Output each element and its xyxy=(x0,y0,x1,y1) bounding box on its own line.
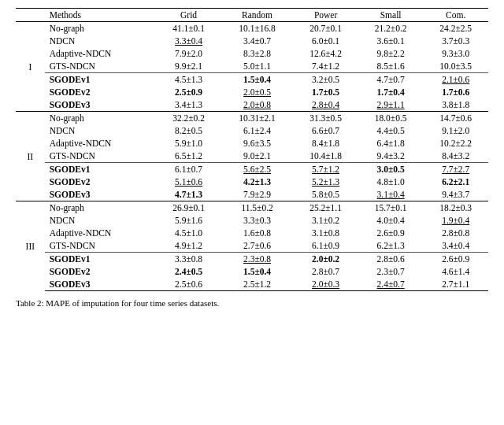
col-header-random: Random xyxy=(221,9,294,22)
table-row: NDCN3.3±0.43.4±0.76.0±0.13.6±0.13.7±0.3 xyxy=(16,35,488,47)
table-cell: 41.1±0.1 xyxy=(156,22,221,35)
table-cell: 10.0±3.5 xyxy=(423,60,488,73)
table-row-sgode: SGODEv22.5±0.92.0±0.51.7±0.51.7±0.41.7±0… xyxy=(16,86,488,98)
section-label: III xyxy=(16,201,45,291)
table-cell: 1.5±0.4 xyxy=(221,73,294,87)
table-cell: 5.9±1.6 xyxy=(156,214,221,227)
col-header-empty xyxy=(16,9,45,22)
table-row-sgode: SGODEv33.4±1.32.0±0.82.8±0.42.9±1.13.8±1… xyxy=(16,98,488,112)
table-cell: 21.2±0.2 xyxy=(358,22,424,35)
method-label-sgode: SGODEv2 xyxy=(45,265,157,278)
table-row-sgode: SGODEv34.7±1.37.9±2.95.8±0.53.1±0.49.4±3… xyxy=(16,188,488,201)
table-cell: 25.2±1.1 xyxy=(293,201,358,215)
table-cell: 7.4±1.2 xyxy=(293,60,358,73)
table-cell: 2.0±0.2 xyxy=(293,253,358,266)
section-label: I xyxy=(16,22,45,112)
method-label: No-graph xyxy=(45,22,157,35)
table-cell: 2.5±0.9 xyxy=(156,86,221,98)
table-cell: 6.1±0.9 xyxy=(293,239,358,253)
table-cell: 6.1±0.7 xyxy=(156,163,221,176)
table-caption: Table 2: MAPE of imputation for four tim… xyxy=(16,298,488,309)
table-row-sgode: SGODEv32.5±0.62.5±1.22.0±0.32.4±0.72.7±1… xyxy=(16,278,488,291)
table-cell: 3.1±0.4 xyxy=(358,188,424,201)
table-cell: 2.9±1.1 xyxy=(358,98,424,112)
table-cell: 3.6±0.1 xyxy=(358,35,424,47)
table-cell: 31.3±0.5 xyxy=(293,112,358,125)
table-cell: 2.8±0.7 xyxy=(293,265,358,278)
table-cell: 10.4±1.8 xyxy=(293,150,358,163)
table-cell: 2.0±0.5 xyxy=(221,86,294,98)
table-cell: 1.9±0.4 xyxy=(423,214,488,227)
table-cell: 5.6±2.5 xyxy=(221,163,294,176)
table-cell: 4.7±0.7 xyxy=(358,73,424,87)
table-cell: 10.1±16.8 xyxy=(221,22,294,35)
table-cell: 6.4±1.8 xyxy=(358,137,424,150)
method-label: Adaptive-NDCN xyxy=(45,137,157,150)
table-cell: 11.5±0.2 xyxy=(221,201,294,215)
table-cell: 2.8±0.8 xyxy=(423,227,488,239)
table-cell: 6.1±2.4 xyxy=(221,124,294,137)
table-cell: 6.0±0.1 xyxy=(293,35,358,47)
table-cell: 18.0±0.5 xyxy=(358,112,424,125)
table-cell: 4.5±1.0 xyxy=(156,227,221,239)
table-cell: 4.5±1.3 xyxy=(156,73,221,87)
table-cell: 7.9±2.9 xyxy=(221,188,294,201)
table-cell: 10.2±2.2 xyxy=(423,137,488,150)
table-cell: 1.5±0.4 xyxy=(221,265,294,278)
table-cell: 1.7±0.4 xyxy=(358,86,424,98)
table-cell: 3.3±0.8 xyxy=(156,253,221,266)
table-cell: 32.2±0.2 xyxy=(156,112,221,125)
table-cell: 20.7±0.1 xyxy=(293,22,358,35)
table-row: Adaptive-NDCN4.5±1.01.6±0.83.1±0.82.6±0.… xyxy=(16,227,488,239)
col-header-grid: Grid xyxy=(156,9,221,22)
table-cell: 6.2±2.1 xyxy=(423,176,488,188)
table-cell: 4.6±1.4 xyxy=(423,265,488,278)
table-cell: 1.7±0.5 xyxy=(293,86,358,98)
table-cell: 2.8±0.6 xyxy=(358,253,424,266)
table-cell: 4.4±0.5 xyxy=(358,124,424,137)
table-row: GTS-NDCN6.5±1.29.0±2.110.4±1.89.4±3.28.4… xyxy=(16,150,488,163)
table-cell: 2.3±0.7 xyxy=(358,265,424,278)
table-cell: 5.8±0.5 xyxy=(293,188,358,201)
table-cell: 8.4±1.8 xyxy=(293,137,358,150)
table-cell: 4.0±0.4 xyxy=(358,214,424,227)
method-label: GTS-NDCN xyxy=(45,239,157,253)
table-cell: 2.7±1.1 xyxy=(423,278,488,291)
table-row: Adaptive-NDCN5.9±1.09.6±3.58.4±1.86.4±1.… xyxy=(16,137,488,150)
table-row-sgode: SGODEv16.1±0.75.6±2.55.7±1.23.0±0.57.7±2… xyxy=(16,163,488,176)
method-label-sgode: SGODEv1 xyxy=(45,73,157,87)
table-cell: 3.0±0.5 xyxy=(358,163,424,176)
col-header-power: Power xyxy=(293,9,358,22)
results-table: Methods Grid Random Power Small Com. INo… xyxy=(16,8,488,291)
table-cell: 2.0±0.3 xyxy=(293,278,358,291)
method-label-sgode: SGODEv2 xyxy=(45,86,157,98)
method-label: NDCN xyxy=(45,214,157,227)
table-cell: 2.3±0.8 xyxy=(221,253,294,266)
table-row: NDCN8.2±0.56.1±2.46.6±0.74.4±0.59.1±2.0 xyxy=(16,124,488,137)
method-label: NDCN xyxy=(45,124,157,137)
table-cell: 4.2±1.3 xyxy=(221,176,294,188)
table-cell: 1.7±0.6 xyxy=(423,86,488,98)
method-label-sgode: SGODEv1 xyxy=(45,163,157,176)
method-label-sgode: SGODEv1 xyxy=(45,253,157,266)
table-cell: 14.7±0.6 xyxy=(423,112,488,125)
table-cell: 24.2±2.5 xyxy=(423,22,488,35)
method-label: NDCN xyxy=(45,35,157,47)
table-cell: 6.2±1.3 xyxy=(358,239,424,253)
table-row: Adaptive-NDCN7.9±2.08.3±2.812.6±4.29.8±2… xyxy=(16,47,488,60)
method-label: GTS-NDCN xyxy=(45,150,157,163)
table-cell: 18.2±0.3 xyxy=(423,201,488,215)
table-cell: 5.2±1.3 xyxy=(293,176,358,188)
table-cell: 9.4±3.2 xyxy=(358,150,424,163)
table-cell: 5.1±0.6 xyxy=(156,176,221,188)
table-cell: 5.9±1.0 xyxy=(156,137,221,150)
table-cell: 2.4±0.7 xyxy=(358,278,424,291)
table-cell: 9.1±2.0 xyxy=(423,124,488,137)
table-cell: 2.8±0.4 xyxy=(293,98,358,112)
table-row: IINo-graph32.2±0.210.31±2.131.3±0.518.0±… xyxy=(16,112,488,125)
method-label: GTS-NDCN xyxy=(45,60,157,73)
table-cell: 3.1±0.8 xyxy=(293,227,358,239)
table-cell: 2.6±0.9 xyxy=(423,253,488,266)
method-label: Adaptive-NDCN xyxy=(45,47,157,60)
table-row-sgode: SGODEv13.3±0.82.3±0.82.0±0.22.8±0.62.6±0… xyxy=(16,253,488,266)
